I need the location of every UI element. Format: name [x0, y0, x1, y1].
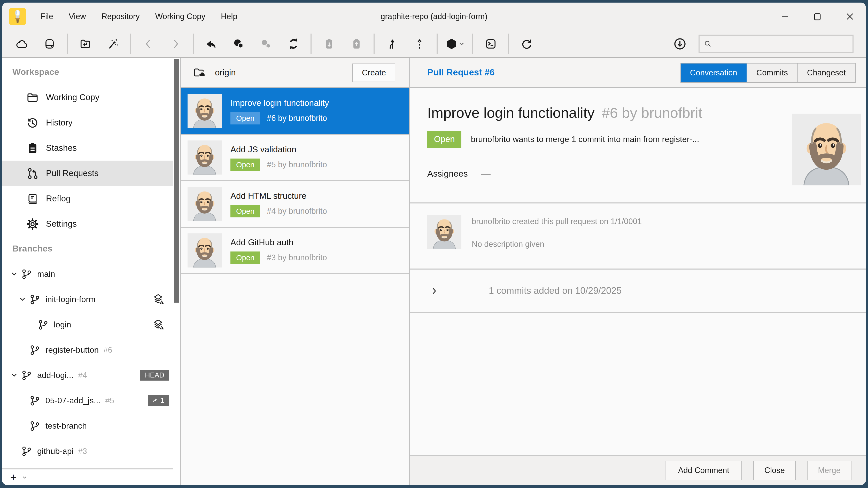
branch-row-add-login[interactable]: add-logi... #4 HEAD: [2, 362, 173, 388]
branch-row-init-login-form[interactable]: init-login-form: [2, 287, 173, 312]
toolbar-separator: [437, 33, 438, 54]
sidebar-item-label: Reflog: [46, 194, 70, 203]
sidebar-item-pull-requests[interactable]: Pull Requests: [2, 161, 173, 186]
commit-icon[interactable]: [225, 33, 252, 55]
avatar: [427, 215, 461, 249]
branch-pr-number: #4: [78, 370, 87, 380]
branch-row-github-api[interactable]: github-api #3: [2, 438, 173, 464]
pr-item-title: Add GitHub auth: [230, 237, 327, 247]
cherry-pick-icon[interactable]: [252, 33, 280, 55]
branch-row-login[interactable]: login: [2, 312, 173, 337]
detail-tabs: Conversation Commits Changeset: [680, 63, 856, 83]
branch-icon: [29, 420, 40, 431]
branch-row-add-js[interactable]: 05-07-add_js... #5 1: [2, 388, 173, 413]
status-badge: Open: [427, 131, 462, 148]
status-badge: Open: [230, 158, 260, 171]
chevron-right-icon[interactable]: [430, 286, 438, 295]
branch-name: login: [54, 320, 71, 329]
branch-pr-number: #6: [103, 345, 113, 355]
folder-icon: [26, 91, 39, 104]
pr-item-title: Improve login functionality: [230, 98, 329, 108]
avatar: [188, 233, 222, 267]
push-branch-icon[interactable]: [378, 33, 406, 55]
toolbar-separator: [130, 33, 131, 54]
sidebar-item-history[interactable]: History: [2, 110, 173, 135]
detail-header: Pull Request #6 Conversation Commits Cha…: [410, 58, 866, 88]
menu-view[interactable]: View: [61, 3, 94, 30]
chevron-down-icon[interactable]: [22, 474, 27, 480]
titlebar: File View Repository Working Copy Help g…: [2, 3, 866, 30]
menu-file[interactable]: File: [33, 3, 61, 30]
create-pr-button[interactable]: Create: [352, 63, 395, 82]
back-icon[interactable]: [134, 33, 162, 55]
sidebar-item-stashes[interactable]: Stashes: [2, 135, 173, 161]
divider: [410, 312, 866, 313]
menu-repository[interactable]: Repository: [94, 3, 148, 30]
ahead-badge: 1: [148, 395, 169, 406]
sidebar-item-working-copy[interactable]: Working Copy: [2, 85, 173, 110]
add-branch-button[interactable]: +: [10, 472, 16, 482]
undo-icon[interactable]: [197, 33, 225, 55]
sidebar-bottom-bar: +: [2, 468, 173, 485]
branch-icon: [21, 369, 32, 381]
terminal-icon[interactable]: [477, 33, 504, 55]
workspace-section-header: Workspace: [2, 60, 173, 85]
download-circle-icon[interactable]: [666, 33, 693, 55]
magic-wand-icon[interactable]: [99, 33, 126, 55]
menu-help[interactable]: Help: [213, 3, 245, 30]
pr-title: Improve login functionality: [427, 105, 594, 121]
window-title: graphite-repo (add-login-form): [380, 3, 488, 30]
pr-list-item[interactable]: Improve login functionality Open #6 by b…: [181, 88, 409, 135]
maximize-button[interactable]: [801, 3, 833, 30]
close-pr-button[interactable]: Close: [753, 461, 796, 480]
minimize-button[interactable]: [768, 3, 801, 30]
add-comment-button[interactable]: Add Comment: [665, 461, 742, 480]
scrollbar-thumb[interactable]: [174, 59, 179, 303]
gear-icon: [26, 217, 39, 231]
branch-row-register-button[interactable]: register-button #6: [2, 337, 173, 362]
sidebar: Workspace Working Copy History: [2, 58, 173, 485]
chevron-down-icon[interactable]: [16, 295, 29, 303]
pull-dashed-icon[interactable]: [406, 33, 433, 55]
open-repo-icon[interactable]: [71, 33, 99, 55]
menu-working-copy[interactable]: Working Copy: [148, 3, 213, 30]
merge-button[interactable]: Merge: [807, 461, 851, 480]
chevron-down-icon[interactable]: [7, 270, 21, 278]
close-button[interactable]: [833, 3, 866, 30]
sync-icon[interactable]: [280, 33, 307, 55]
remote-folder-icon: [193, 66, 207, 79]
paste-save-icon[interactable]: [343, 33, 370, 55]
app-logo-icon: [9, 8, 26, 25]
pr-list-item[interactable]: Add HTML structure Open #4 by brunofbrit…: [181, 181, 409, 228]
branch-icon: [29, 294, 40, 305]
forward-icon[interactable]: [162, 33, 189, 55]
search-input[interactable]: [716, 39, 848, 48]
sidebar-item-settings[interactable]: Settings: [2, 211, 173, 236]
refresh-icon[interactable]: [513, 33, 540, 55]
sidebar-item-reflog[interactable]: Reflog: [2, 186, 173, 211]
branch-row-main[interactable]: main: [2, 261, 173, 287]
tab-conversation[interactable]: Conversation: [681, 63, 747, 82]
sidebar-scrollbar[interactable]: [173, 58, 181, 485]
commits-group-label: 1 commits added on 10/29/2025: [489, 285, 622, 296]
page-title: Pull Request #6: [427, 67, 495, 78]
pr-list-item[interactable]: Add GitHub auth Open #3 by brunofbrito: [181, 228, 409, 274]
head-badge: HEAD: [140, 370, 169, 381]
branch-row-test-branch[interactable]: test-branch: [2, 413, 173, 438]
book-icon: [26, 192, 39, 205]
account-hexagon-icon[interactable]: [441, 33, 469, 55]
paste-apply-icon[interactable]: [315, 33, 343, 55]
search-box: [699, 34, 854, 53]
commits-group-row[interactable]: 1 commits added on 10/29/2025: [410, 269, 866, 312]
tab-changeset[interactable]: Changeset: [797, 63, 855, 82]
status-badge: Open: [230, 205, 260, 217]
chevron-down-icon[interactable]: [7, 371, 21, 379]
toolbar-separator: [67, 33, 68, 54]
archive-icon[interactable]: [36, 33, 63, 55]
toolbar-separator: [374, 33, 375, 54]
description-text: No description given: [472, 239, 642, 249]
tab-commits[interactable]: Commits: [747, 63, 797, 82]
pr-list-item[interactable]: Add JS validation Open #5 by brunofbrito: [181, 135, 409, 181]
stack-warning-icon: [151, 293, 165, 306]
cloud-fetch-icon[interactable]: [8, 33, 36, 55]
